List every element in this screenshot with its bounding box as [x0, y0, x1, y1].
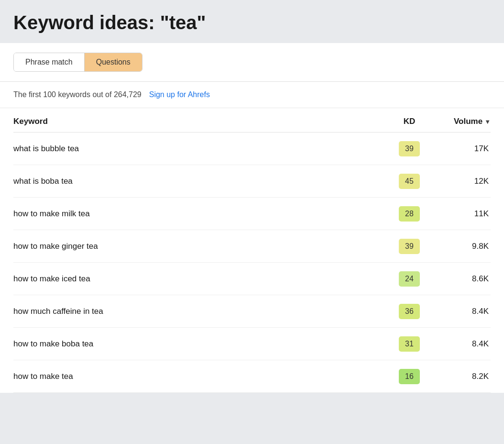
- sort-arrow-icon: ▼: [484, 118, 491, 125]
- kd-badge: 28: [399, 206, 420, 222]
- table-row: how much caffeine in tea368.4K: [13, 295, 491, 328]
- keyword-cell: how to make ginger tea: [13, 234, 385, 259]
- kd-badge: 16: [399, 369, 420, 384]
- volume-cell: 17K: [433, 144, 491, 154]
- kd-badge: 31: [399, 336, 420, 352]
- page-container: Keyword ideas: "tea" Phrase match Questi…: [0, 0, 504, 393]
- volume-cell: 9.8K: [433, 242, 491, 251]
- keyword-cell: how to make iced tea: [13, 266, 385, 291]
- kd-badge: 45: [399, 174, 420, 189]
- volume-cell: 8.2K: [433, 372, 491, 381]
- kd-badge: 39: [399, 141, 420, 156]
- kd-cell: 16: [385, 369, 433, 384]
- keyword-cell: what is boba tea: [13, 169, 385, 194]
- kd-cell: 36: [385, 304, 433, 319]
- signup-link[interactable]: Sign up for Ahrefs: [149, 90, 210, 99]
- kd-cell: 28: [385, 206, 433, 222]
- kd-cell: 24: [385, 271, 433, 287]
- table-body: what is bubble tea3917Kwhat is boba tea4…: [13, 133, 491, 393]
- kd-badge: 24: [399, 271, 420, 287]
- table-row: how to make milk tea2811K: [13, 198, 491, 230]
- volume-cell: 8.4K: [433, 339, 491, 349]
- page-title: Keyword ideas: "tea": [13, 11, 491, 33]
- kd-cell: 39: [385, 141, 433, 156]
- column-header-volume[interactable]: Volume ▼: [433, 117, 491, 126]
- keyword-cell: what is bubble tea: [13, 136, 385, 161]
- tab-phrase-match[interactable]: Phrase match: [14, 53, 85, 71]
- volume-cell: 8.6K: [433, 274, 491, 284]
- header-section: Keyword ideas: "tea": [0, 0, 504, 43]
- column-header-kd: KD: [385, 117, 433, 126]
- table-container: Keyword KD Volume ▼ what is bubble tea39…: [0, 108, 504, 393]
- volume-cell: 12K: [433, 177, 491, 186]
- column-header-keyword: Keyword: [13, 117, 385, 126]
- tabs-container: Phrase match Questions: [0, 43, 504, 82]
- keywords-count-text: The first 100 keywords out of 264,729: [13, 90, 142, 99]
- volume-cell: 11K: [433, 209, 491, 219]
- table-row: how to make iced tea248.6K: [13, 263, 491, 295]
- table-row: what is bubble tea3917K: [13, 133, 491, 165]
- kd-cell: 45: [385, 174, 433, 189]
- kd-badge: 39: [399, 239, 420, 254]
- kd-cell: 31: [385, 336, 433, 352]
- kd-cell: 39: [385, 239, 433, 254]
- volume-cell: 8.4K: [433, 307, 491, 316]
- tab-questions[interactable]: Questions: [85, 53, 142, 71]
- tabs-wrapper: Phrase match Questions: [13, 53, 142, 72]
- table-row: how to make tea168.2K: [13, 360, 491, 393]
- keyword-cell: how much caffeine in tea: [13, 299, 385, 324]
- info-bar: The first 100 keywords out of 264,729 Si…: [0, 82, 504, 108]
- keyword-cell: how to make tea: [13, 364, 385, 389]
- table-row: how to make boba tea318.4K: [13, 328, 491, 360]
- table-header: Keyword KD Volume ▼: [13, 108, 491, 133]
- kd-badge: 36: [399, 304, 420, 319]
- keyword-cell: how to make milk tea: [13, 201, 385, 226]
- table-row: how to make ginger tea399.8K: [13, 230, 491, 263]
- keyword-cell: how to make boba tea: [13, 332, 385, 356]
- content-section: Phrase match Questions The first 100 key…: [0, 43, 504, 393]
- table-row: what is boba tea4512K: [13, 165, 491, 198]
